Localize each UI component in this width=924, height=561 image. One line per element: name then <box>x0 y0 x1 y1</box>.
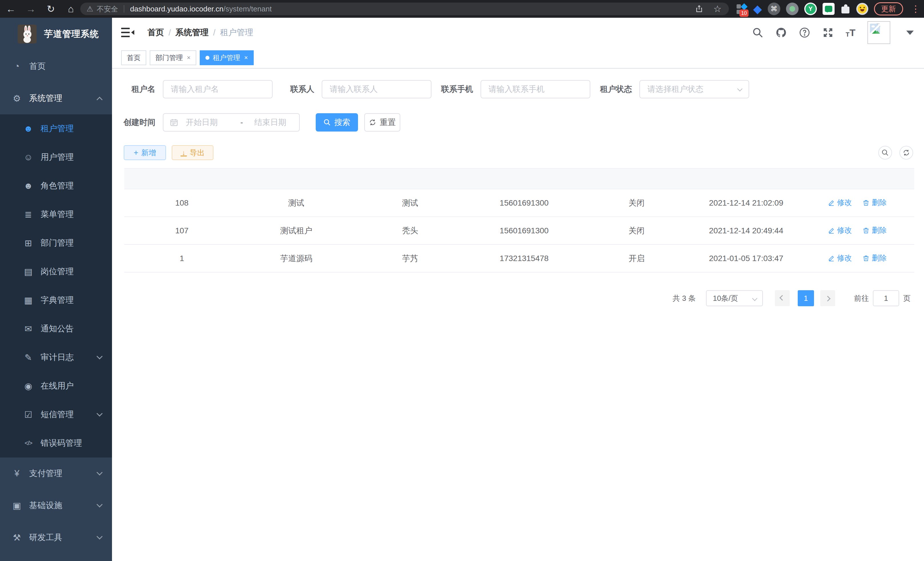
menu-item-label: 系统管理 <box>29 93 62 104</box>
forward-icon[interactable]: → <box>25 3 37 15</box>
extension-y-icon[interactable]: Y <box>804 3 817 15</box>
extension-command-icon[interactable]: ⌘ <box>768 3 780 15</box>
sidebar-menu-item[interactable]: ▣ 基础设施 <box>0 490 112 522</box>
breadcrumb-item[interactable]: 系统管理 <box>176 27 208 38</box>
sidebar-menu-item[interactable]: ✎ 审计日志 <box>0 343 112 372</box>
sidebar-menu-item[interactable]: ☻ 角色管理 <box>0 171 112 200</box>
date-range-input[interactable]: 开始日期 - 结束日期 <box>163 113 300 132</box>
sidebar-menu-item[interactable]: ◔ 首页 <box>0 50 112 82</box>
sidebar-collapse-icon[interactable] <box>121 27 134 38</box>
font-size-icon[interactable]: TT <box>846 27 855 38</box>
sidebar-menu-item[interactable]: ≣ 菜单管理 <box>0 200 112 229</box>
toggle-search-button[interactable] <box>878 146 892 159</box>
sidebar-menu-item[interactable]: ☻ 租户管理 <box>0 114 112 143</box>
edit-link[interactable]: 修改 <box>828 198 852 208</box>
search-icon <box>323 119 331 126</box>
app-logo-row[interactable]: 芋道管理系统 <box>0 18 112 50</box>
menu-item-label: 支付管理 <box>29 468 62 479</box>
menu-item-label: 研发工具 <box>29 532 62 543</box>
add-button[interactable]: + 新增 <box>124 145 166 160</box>
prev-page-button[interactable] <box>775 290 790 306</box>
fullscreen-icon[interactable] <box>822 27 834 38</box>
cell-status: 关闭 <box>581 198 692 208</box>
delete-link[interactable]: 删除 <box>862 198 886 208</box>
dict-icon: ▦ <box>22 295 35 306</box>
address-bar[interactable]: ⚠ 不安全 dashboard.yudao.iocoder.cn /system… <box>80 3 729 15</box>
menu-item-label: 首页 <box>29 61 46 72</box>
chevron-icon <box>97 533 103 539</box>
search-button[interactable]: 搜索 <box>316 113 358 132</box>
sidebar-menu-item[interactable]: ▦ 字典管理 <box>0 286 112 314</box>
broken-image-icon <box>869 23 881 35</box>
page-size-select[interactable]: 10条/页 <box>706 290 763 306</box>
filter-row-2: 创建时间 开始日期 - 结束日期 搜索 重置 <box>123 113 400 132</box>
chevron-icon <box>97 501 103 507</box>
filter-input[interactable] <box>481 80 590 98</box>
share-icon[interactable] <box>694 4 704 14</box>
user-avatar[interactable] <box>867 21 890 44</box>
view-tab[interactable]: 部门管理 × <box>150 50 196 65</box>
delete-link[interactable]: 删除 <box>862 253 886 263</box>
reload-icon[interactable]: ↻ <box>45 3 57 15</box>
github-icon[interactable] <box>776 27 787 38</box>
view-tab[interactable]: 租户管理 × <box>200 50 254 65</box>
pagination: 共 3 条 10条/页 1 前往 页 <box>673 290 910 306</box>
sidebar-menu-item[interactable]: ✉ 通知公告 <box>0 314 112 343</box>
view-tab[interactable]: 首页 <box>121 50 146 65</box>
filter-input[interactable] <box>163 80 273 98</box>
sidebar-menu-item[interactable]: </> 错误码管理 <box>0 429 112 457</box>
extension-tile-icon[interactable]: 10 <box>736 3 747 15</box>
browser-menu-icon[interactable]: ⋮ <box>909 3 922 14</box>
bookmark-star-icon[interactable]: ☆ <box>712 4 723 14</box>
divider <box>124 5 124 13</box>
home-icon[interactable]: ⌂ <box>65 3 76 15</box>
tenant-users-icon: ☻ <box>22 123 35 134</box>
devtools-icon: ⚒ <box>10 532 23 543</box>
main-content: 租户名 联系人 联系手机 租户状态 <box>112 69 924 561</box>
breadcrumb-separator: / <box>169 28 171 38</box>
app-logo-rabbit <box>18 25 37 44</box>
extension-kite-icon[interactable]: ◆ <box>753 3 762 15</box>
next-page-button[interactable] <box>820 290 835 306</box>
sidebar-menu-item[interactable]: ◉ 在线用户 <box>0 372 112 400</box>
sidebar-menu-item[interactable]: ⊞ 部门管理 <box>0 229 112 257</box>
extensions-puzzle-icon[interactable] <box>840 4 850 14</box>
filter-input[interactable] <box>322 80 431 98</box>
edit-link[interactable]: 修改 <box>828 253 852 263</box>
search-icon[interactable] <box>752 27 764 38</box>
close-icon[interactable]: × <box>244 54 248 62</box>
edit-link[interactable]: 修改 <box>828 225 852 235</box>
reset-button[interactable]: 重置 <box>364 113 400 132</box>
menu-item-label: 基础设施 <box>29 500 62 511</box>
extension-chat-icon[interactable] <box>823 3 835 15</box>
cell-tenant-id: 108 <box>124 199 239 208</box>
export-button[interactable]: ↓ 导出 <box>172 145 213 160</box>
delete-link[interactable]: 删除 <box>862 225 886 235</box>
sidebar-menu-item[interactable]: ▤ 岗位管理 <box>0 257 112 286</box>
chevron-right-icon <box>825 296 831 302</box>
filter-label: 联系人 <box>282 84 314 95</box>
page-number-active[interactable]: 1 <box>798 290 814 306</box>
sms-icon: ☑ <box>22 409 35 420</box>
sidebar-menu-item[interactable]: ☺ 用户管理 <box>0 143 112 171</box>
extension-record-icon[interactable] <box>786 3 799 15</box>
cell-created: 2021-12-14 20:49:44 <box>692 226 800 235</box>
sidebar-menu-item[interactable]: ☑ 短信管理 <box>0 400 112 429</box>
refresh-table-button[interactable] <box>899 146 913 159</box>
help-icon[interactable] <box>799 27 810 38</box>
goto-page-input[interactable] <box>873 290 899 306</box>
close-icon[interactable]: × <box>187 54 190 62</box>
filter-input[interactable] <box>639 80 749 98</box>
chrome-update-button[interactable]: 更新 <box>874 2 903 15</box>
back-icon[interactable]: ← <box>5 3 16 15</box>
avatar-dropdown-caret[interactable] <box>906 31 914 35</box>
breadcrumb-item[interactable]: 租户管理 <box>220 27 253 38</box>
sidebar-menu-item[interactable]: ⚒ 研发工具 <box>0 522 112 553</box>
sidebar-menu-item[interactable]: ¥ 支付管理 <box>0 457 112 490</box>
cell-tenant-id: 107 <box>124 226 239 235</box>
profile-avatar-icon[interactable] <box>856 3 868 15</box>
breadcrumb-item[interactable]: 首页 <box>147 27 164 38</box>
sidebar-menu-item[interactable]: ⚙ 系统管理 <box>0 82 112 114</box>
filter-group: 租户状态 <box>600 80 749 98</box>
cell-status: 开启 <box>581 253 692 264</box>
